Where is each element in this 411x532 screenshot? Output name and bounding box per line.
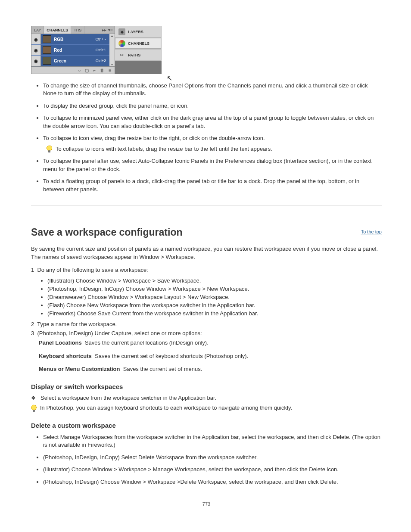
- list-item: To change the size of channel thumbnails…: [43, 82, 382, 98]
- paragraph: By saving the current size and position …: [31, 245, 382, 261]
- strip-label: CHANNELS: [128, 41, 149, 46]
- list-item: To collapse the panel after use, select …: [43, 157, 382, 173]
- diamond-bullet-icon: ❖: [31, 395, 36, 402]
- definition: Panel Locations Saves the current panel …: [39, 339, 382, 347]
- panel-tabs[interactable]: LAY CHANNELS THS ▸▸ ▾≡: [31, 26, 115, 34]
- visibility-eye-icon[interactable]: ◉: [31, 45, 41, 55]
- tip-text: To collapse to icons with text labels, d…: [56, 145, 272, 153]
- step: 2 Type a name for the workspace.: [31, 321, 382, 327]
- list-item: (Photoshop, InDesign, InCopy) Select Del…: [43, 454, 382, 461]
- list-item: (Dreamweaver) Choose Window > Workspace …: [47, 294, 382, 300]
- tip-text: In Photoshop, you can assign keyboard sh…: [40, 404, 292, 411]
- footer-icon[interactable]: ≡: [109, 68, 111, 73]
- strip-label: PATHS: [128, 53, 140, 57]
- heading-delete-workspace: Delete a custom workspace: [31, 422, 382, 429]
- channel-shortcut: Ctrl+1: [96, 48, 106, 52]
- tab-channels[interactable]: CHANNELS: [44, 26, 71, 34]
- paragraph: Select a workspace from the workspace sw…: [40, 395, 216, 401]
- list-item: (Illustrator) Choose Window > Workspace …: [43, 466, 382, 473]
- to-top-link[interactable]: To the top: [361, 229, 382, 234]
- visibility-eye-icon[interactable]: ◉: [31, 34, 41, 44]
- panel-menu-icon[interactable]: ▾≡: [108, 28, 113, 32]
- footer-icon[interactable]: ▢: [85, 68, 89, 73]
- list-item: Select Manage Workspaces from the worksp…: [43, 433, 382, 449]
- list-item: (Illustrator) Choose Window > Workspace …: [47, 277, 382, 284]
- list-item: (Flash) Choose New Workspace from the wo…: [47, 302, 382, 308]
- channels-panel: LAY CHANNELS THS ▸▸ ▾≡ ◉ RGB Ctrl+~: [31, 26, 115, 74]
- page-number: 773: [31, 501, 382, 507]
- trash-icon[interactable]: 🗑: [100, 68, 104, 73]
- strip-item-channels[interactable]: CHANNELS: [115, 37, 162, 49]
- step: 1 Do any of the following to save a work…: [31, 267, 382, 273]
- tab-layers-trunc[interactable]: LAY: [31, 26, 44, 34]
- channel-row[interactable]: ◉ Red Ctrl+1: [31, 45, 109, 56]
- channel-name: Green: [54, 59, 66, 63]
- definition: Menus or Menu Customization Saves the cu…: [39, 365, 382, 373]
- list-item: To display the desired group, click the …: [43, 102, 382, 110]
- heading-display-workspaces: Display or switch workspaces: [31, 383, 382, 390]
- list-item: To collapse to icon view, drag the resiz…: [43, 134, 382, 153]
- strip-label: LAYERS: [128, 30, 143, 34]
- lightbulb-tip-icon: [31, 404, 37, 412]
- collapse-arrows-icon[interactable]: ▸▸: [102, 28, 106, 32]
- strip-item-layers[interactable]: ◆ LAYERS: [115, 26, 162, 37]
- channel-thumb: [43, 57, 51, 65]
- list-item: (Photoshop, InDesign, InCopy) Choose Win…: [47, 286, 382, 292]
- list-item: To add a floating group of panels to a d…: [43, 177, 382, 193]
- strip-item-paths[interactable]: ✂ PATHS: [115, 49, 162, 61]
- list-item: (Fireworks) Choose Save Current from the…: [47, 310, 382, 317]
- channel-shortcut: Ctrl+~: [95, 37, 106, 41]
- heading-save-workspace: Save a workspace configuration: [31, 227, 183, 238]
- channel-name: Red: [54, 48, 62, 53]
- channel-thumb: [43, 46, 51, 54]
- definition: Keyboard shortcuts Saves the current set…: [39, 352, 382, 361]
- collapsed-panel-strip: ◆ LAYERS CHANNELS ✂ PATHS: [115, 26, 162, 74]
- lightbulb-tip-icon: [47, 145, 52, 153]
- footer-icon[interactable]: ⌐: [93, 68, 96, 73]
- paths-icon: ✂: [118, 52, 125, 59]
- layers-icon: ◆: [118, 28, 125, 35]
- footer-icon[interactable]: ○: [78, 68, 81, 73]
- panel-footer: ○ ▢ ⌐ 🗑 ≡: [31, 66, 115, 74]
- step: 3 (Photoshop, InDesign) Under Capture, s…: [31, 330, 382, 336]
- channel-name: RGB: [54, 37, 63, 42]
- channel-row[interactable]: ◉ Green Ctrl+2: [31, 56, 109, 66]
- channel-row[interactable]: ◉ RGB Ctrl+~: [31, 34, 109, 45]
- channel-thumb: [43, 35, 51, 43]
- section-divider: [31, 205, 382, 206]
- list-item: (Photoshop, InDesign) Choose Window > Wo…: [43, 478, 382, 486]
- cursor-pointer-icon: ↖: [167, 74, 172, 82]
- visibility-eye-icon[interactable]: ◉: [31, 56, 41, 66]
- channels-icon: [118, 40, 125, 47]
- tab-paths-trunc[interactable]: THS: [71, 26, 84, 34]
- channel-shortcut: Ctrl+2: [96, 59, 106, 63]
- panel-scrollbar[interactable]: ▴ ▾: [109, 34, 115, 66]
- list-item: To collapse to minimized panel view, eit…: [43, 114, 382, 130]
